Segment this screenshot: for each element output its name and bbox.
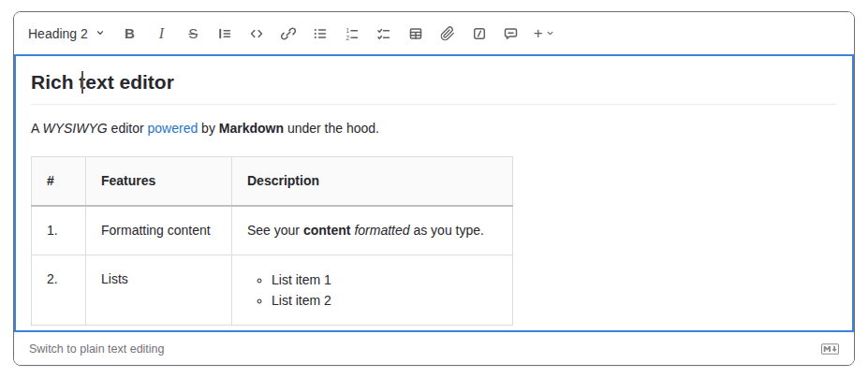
- attachment-button[interactable]: [436, 22, 460, 45]
- svg-text:1: 1: [346, 27, 350, 34]
- cell-text: as you type.: [410, 223, 484, 238]
- more-options-button[interactable]: +: [532, 22, 557, 45]
- ordered-list-button[interactable]: 1 2: [341, 22, 364, 45]
- paperclip-icon: [440, 26, 455, 41]
- switch-to-plain-text-link[interactable]: Switch to plain text editing: [29, 342, 165, 356]
- quote-icon: [217, 26, 232, 41]
- rich-text-editor: Heading 2 B I S: [13, 11, 855, 366]
- bold-icon: B: [125, 25, 135, 41]
- cell-text: See your: [247, 223, 303, 238]
- task-list-button[interactable]: [373, 22, 396, 45]
- strikethrough-button[interactable]: S: [182, 22, 205, 45]
- paragraph-text: under the hood.: [284, 121, 379, 136]
- italic-text: formatted: [354, 223, 409, 238]
- chevron-down-icon: [95, 26, 106, 41]
- italic-text: WYSIWYG: [42, 121, 107, 136]
- link-button[interactable]: [277, 22, 301, 45]
- bold-text: Markdown: [219, 121, 284, 136]
- text-cursor: [81, 71, 83, 94]
- code-icon: [249, 26, 264, 41]
- italic-button[interactable]: I: [150, 22, 173, 45]
- table-header-num[interactable]: #: [32, 157, 86, 207]
- table-row: 1. Formatting content See your content f…: [32, 206, 513, 255]
- comment-button[interactable]: [500, 22, 523, 45]
- ordered-list-icon: 1 2: [345, 26, 360, 41]
- paragraph-text: editor: [108, 121, 148, 136]
- table-header-features[interactable]: Features: [86, 157, 232, 207]
- quick-action-button[interactable]: [468, 22, 492, 45]
- link-icon: [281, 26, 296, 41]
- list-item: List item 2: [272, 290, 497, 311]
- intro-paragraph: A WYSIWYG editor powered by Markdown und…: [31, 119, 837, 138]
- heading-text: Rich text editor: [31, 71, 174, 93]
- chevron-down-icon: [545, 28, 555, 38]
- formatting-toolbar: Heading 2 B I S: [14, 12, 854, 54]
- table-header-row: # Features Description: [32, 157, 513, 207]
- editor-footer: Switch to plain text editing: [14, 332, 854, 365]
- paragraph-text: A: [31, 121, 42, 136]
- svg-text:2: 2: [346, 34, 350, 40]
- bullet-list-button[interactable]: [309, 22, 332, 45]
- cell-feature[interactable]: Lists: [86, 255, 232, 326]
- features-table: # Features Description 1. Formatting con…: [31, 156, 513, 326]
- quote-button[interactable]: [213, 22, 237, 45]
- list-item: List item 1: [272, 269, 497, 290]
- cell-row-number[interactable]: 1.: [32, 206, 86, 255]
- document-heading: Rich text editor: [31, 69, 837, 105]
- bullet-list: List item 1 List item 2: [247, 269, 497, 311]
- bullet-list-icon: [313, 26, 328, 41]
- table-header-description[interactable]: Description: [232, 157, 513, 207]
- cell-feature[interactable]: Formatting content: [86, 206, 232, 255]
- table-icon: [408, 26, 423, 41]
- powered-link[interactable]: powered: [148, 121, 199, 136]
- text-style-dropdown[interactable]: Heading 2: [28, 26, 106, 41]
- quick-action-icon: [472, 26, 487, 41]
- markdown-icon[interactable]: [821, 343, 839, 355]
- plus-icon: +: [534, 25, 543, 41]
- code-button[interactable]: [245, 22, 269, 45]
- bold-text: content: [303, 223, 351, 238]
- cell-description[interactable]: List item 1 List item 2: [232, 255, 513, 326]
- strikethrough-icon: S: [188, 25, 198, 41]
- editor-content-area[interactable]: Rich text editor A WYSIWYG editor powere…: [14, 54, 854, 332]
- paragraph-text: by: [198, 121, 219, 136]
- cell-description[interactable]: See your content formatted as you type.: [232, 206, 513, 255]
- bold-button[interactable]: B: [118, 22, 141, 45]
- comment-icon: [504, 26, 519, 41]
- table-row: 2. Lists List item 1 List item 2: [32, 255, 513, 326]
- task-list-icon: [376, 26, 391, 41]
- italic-icon: I: [159, 25, 164, 42]
- table-button[interactable]: [405, 22, 428, 45]
- cell-row-number[interactable]: 2.: [32, 255, 86, 326]
- text-style-label: Heading 2: [28, 26, 88, 41]
